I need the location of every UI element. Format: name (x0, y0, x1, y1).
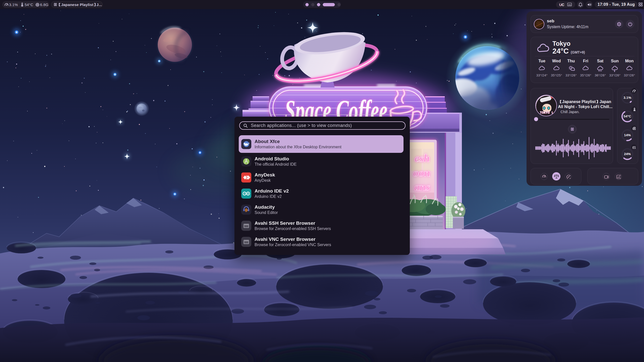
svg-text:ans: ans (414, 181, 430, 193)
svg-text:oon: oon (413, 167, 430, 179)
svg-text:esh: esh (414, 152, 430, 164)
